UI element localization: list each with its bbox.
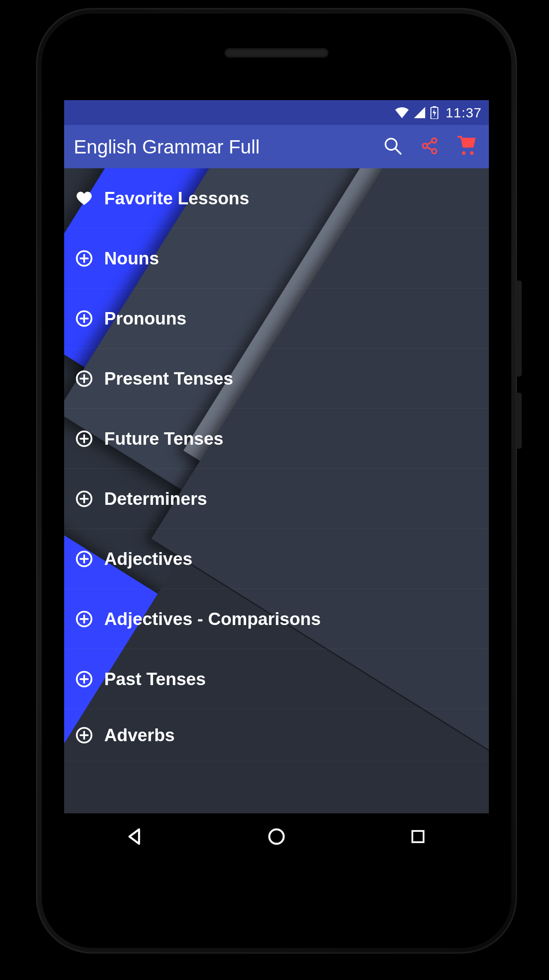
cart-button[interactable] — [454, 134, 479, 159]
status-time: 11:37 — [446, 105, 482, 121]
lesson-label: Adjectives — [104, 549, 192, 569]
expand-icon — [75, 429, 94, 448]
svg-line-3 — [395, 148, 401, 154]
search-button[interactable] — [380, 134, 406, 159]
home-icon — [267, 827, 286, 848]
svg-line-7 — [427, 141, 432, 145]
app-bar: English Grammar Full — [64, 125, 489, 168]
expand-icon — [75, 609, 94, 629]
svg-point-38 — [269, 829, 284, 844]
nav-home-button[interactable] — [258, 819, 295, 855]
status-bar: 11:37 — [64, 100, 489, 125]
lesson-label: Favorite Lessons — [104, 188, 249, 208]
svg-point-6 — [432, 149, 437, 154]
lesson-label: Pronouns — [104, 309, 186, 329]
lesson-row[interactable]: Nouns — [64, 228, 489, 288]
svg-point-10 — [470, 151, 474, 155]
wifi-icon — [395, 107, 409, 118]
lesson-label: Determiners — [104, 489, 207, 509]
expand-icon — [75, 249, 94, 268]
expand-icon — [75, 726, 94, 745]
phone-power-button — [516, 393, 522, 449]
lesson-row[interactable]: Future Tenses — [64, 409, 489, 469]
cart-icon — [456, 135, 477, 158]
svg-point-4 — [432, 138, 437, 143]
phone-speaker — [224, 48, 329, 58]
expand-icon — [75, 309, 94, 328]
recents-icon — [410, 828, 426, 847]
lesson-row[interactable]: Adjectives - Comparisons — [64, 589, 489, 649]
lesson-row[interactable]: Favorite Lessons — [64, 168, 489, 228]
lesson-row[interactable]: Adjectives — [64, 529, 489, 589]
svg-rect-1 — [433, 106, 436, 107]
lesson-label: Adjectives - Comparisons — [104, 609, 321, 629]
lesson-list[interactable]: Favorite LessonsNounsPronounsPresent Ten… — [64, 168, 489, 813]
nav-recents-button[interactable] — [400, 819, 436, 855]
heart-icon — [75, 189, 94, 208]
app-title: English Grammar Full — [74, 136, 369, 158]
android-nav-bar — [64, 813, 489, 861]
expand-icon — [75, 369, 94, 388]
svg-line-8 — [427, 147, 432, 150]
lesson-row[interactable]: Determiners — [64, 469, 489, 529]
phone-volume-button — [516, 280, 522, 377]
battery-charging-icon — [430, 106, 438, 119]
svg-point-5 — [423, 143, 428, 148]
lesson-label: Present Tenses — [104, 369, 233, 389]
lesson-row[interactable]: Adverbs — [64, 709, 489, 761]
search-icon — [383, 136, 402, 157]
lesson-label: Future Tenses — [104, 429, 223, 449]
expand-icon — [75, 489, 94, 508]
lesson-row[interactable]: Pronouns — [64, 288, 489, 349]
expand-icon — [75, 549, 94, 569]
cell-signal-icon — [414, 107, 426, 118]
expand-icon — [75, 669, 94, 689]
phone-frame: 11:37 English Grammar Full — [36, 8, 517, 954]
back-icon — [125, 827, 145, 848]
lesson-label: Nouns — [104, 248, 159, 268]
nav-back-button[interactable] — [117, 819, 153, 855]
screen: 11:37 English Grammar Full — [64, 100, 489, 861]
lesson-row[interactable]: Present Tenses — [64, 349, 489, 409]
lesson-label: Adverbs — [104, 725, 175, 745]
share-icon — [420, 137, 439, 157]
lesson-label: Past Tenses — [104, 669, 206, 689]
share-button[interactable] — [417, 134, 442, 159]
svg-point-9 — [462, 151, 466, 155]
svg-rect-39 — [412, 831, 424, 842]
lesson-row[interactable]: Past Tenses — [64, 649, 489, 709]
